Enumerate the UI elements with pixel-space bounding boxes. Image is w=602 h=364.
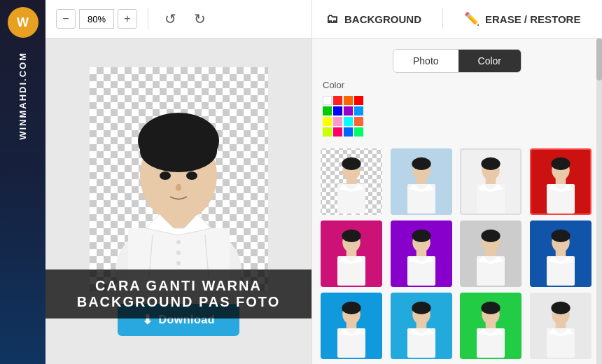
thumb-red[interactable] (530, 148, 592, 215)
zoom-out-button[interactable]: − (56, 9, 76, 29)
thumb-transparent[interactable] (321, 148, 382, 215)
redo-button[interactable]: ↻ (188, 8, 211, 30)
color-palette (323, 96, 362, 136)
background-tab[interactable]: 🗂 BACKGROUND (326, 12, 421, 27)
logo: W (8, 7, 38, 38)
svg-point-10 (176, 251, 181, 255)
svg-point-55 (481, 302, 500, 314)
thumb-darkblue[interactable] (530, 220, 592, 287)
bottom-banner: CARA GANTI WARNA BACKGROUND PAS FOTO (46, 270, 312, 318)
svg-point-6 (160, 172, 171, 180)
layers-icon: 🗂 (326, 12, 339, 27)
svg-point-23 (481, 158, 500, 170)
svg-point-35 (412, 230, 430, 242)
scrollbar[interactable] (596, 38, 602, 364)
color-red[interactable] (333, 96, 342, 105)
svg-point-11 (176, 261, 181, 265)
thumb-white[interactable] (460, 148, 522, 215)
svg-point-15 (342, 158, 360, 170)
thumb-gray[interactable] (460, 220, 522, 287)
svg-point-43 (551, 230, 570, 242)
svg-point-51 (412, 302, 430, 314)
brand-text: WINMAHDI.COM (18, 52, 28, 140)
color-purple[interactable] (344, 106, 353, 115)
photo-container (90, 67, 268, 291)
thumb-purple[interactable] (391, 220, 452, 287)
banner-text: CARA GANTI WARNA BACKGROUND PAS FOTO (77, 278, 281, 309)
color-aqua[interactable] (344, 117, 353, 126)
thumb-lightblue[interactable] (391, 148, 452, 215)
thumb-lightgray[interactable] (530, 293, 592, 359)
color-orange2[interactable] (354, 117, 363, 126)
thumb-skyblue[interactable] (321, 293, 382, 359)
color-blue[interactable] (333, 106, 342, 115)
right-panel-scroll: Photo Color Color (312, 38, 602, 364)
color-section: Color (312, 80, 602, 136)
toggle-container: Photo Color (312, 38, 602, 80)
scroll-thumb[interactable] (596, 38, 602, 80)
person-figure (90, 67, 268, 291)
thumb-magenta[interactable] (321, 220, 382, 287)
thumbnail-grid (312, 145, 602, 359)
color-label: Color (323, 80, 592, 90)
svg-point-7 (186, 172, 197, 180)
color-red2[interactable] (354, 96, 363, 105)
right-panel: 🗂 BACKGROUND ✏️ ERASE / RESTORE Photo Co… (312, 0, 602, 364)
svg-point-8 (176, 184, 181, 191)
logo-letter: W (17, 15, 29, 30)
svg-point-39 (481, 230, 500, 242)
svg-point-5 (140, 130, 217, 172)
photo-toggle[interactable]: Photo (393, 50, 458, 72)
toggle-group: Photo Color (393, 49, 522, 73)
erase-restore-tab[interactable]: ✏️ ERASE / RESTORE (464, 11, 580, 27)
svg-point-9 (176, 240, 181, 244)
thumb-cyan[interactable] (391, 293, 452, 359)
person-svg (90, 67, 268, 291)
top-toolbar: − 80% + ↺ ↻ (46, 0, 312, 38)
color-lime[interactable] (323, 127, 332, 136)
color-white[interactable] (323, 96, 332, 105)
zoom-in-button[interactable]: + (118, 9, 137, 29)
erase-label: ERASE / RESTORE (485, 13, 580, 25)
zoom-control: − 80% + (56, 9, 137, 29)
svg-point-59 (551, 302, 570, 314)
left-sidebar: W WINMAHDI.COM (0, 0, 46, 364)
background-label: BACKGROUND (344, 13, 421, 25)
svg-point-31 (342, 230, 360, 242)
svg-point-27 (551, 158, 570, 170)
header-divider (442, 8, 443, 29)
svg-point-47 (342, 302, 360, 314)
color-cyan[interactable] (354, 106, 363, 115)
color-pink[interactable] (333, 117, 342, 126)
thumb-green[interactable] (460, 293, 522, 359)
color-orange[interactable] (344, 96, 353, 105)
color-green2[interactable] (354, 127, 363, 136)
eraser-icon: ✏️ (464, 11, 479, 27)
color-yellow[interactable] (323, 117, 332, 126)
svg-point-19 (412, 158, 430, 170)
zoom-value: 80% (79, 9, 114, 29)
toolbar-separator (148, 8, 148, 29)
color-blue2[interactable] (344, 127, 353, 136)
color-toggle[interactable]: Color (458, 50, 521, 72)
color-green[interactable] (323, 106, 332, 115)
undo-button[interactable]: ↺ (159, 8, 181, 30)
color-hotpink[interactable] (333, 127, 342, 136)
right-panel-header: 🗂 BACKGROUND ✏️ ERASE / RESTORE (312, 0, 602, 38)
